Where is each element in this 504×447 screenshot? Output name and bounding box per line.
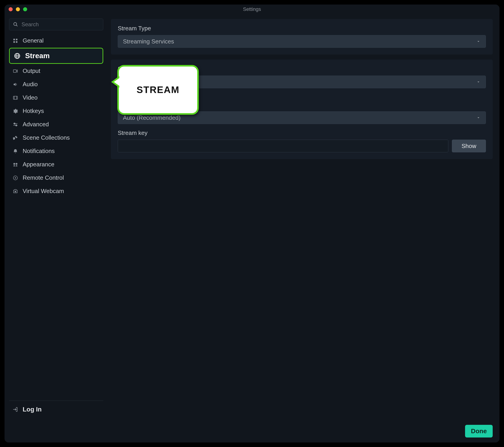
sidebar-item-general[interactable]: General bbox=[9, 34, 103, 47]
sidebar-nav: General Stream Output bbox=[9, 34, 103, 198]
stream-key-label: Stream key bbox=[118, 129, 486, 137]
grid-icon bbox=[12, 37, 18, 44]
film-icon bbox=[12, 95, 18, 101]
content-area: General Stream Output bbox=[4, 14, 500, 420]
sliders-icon bbox=[12, 121, 18, 128]
sidebar-item-appearance[interactable]: Appearance bbox=[9, 158, 103, 171]
zoom-window-button[interactable] bbox=[23, 7, 27, 11]
login-button[interactable]: Log In bbox=[9, 404, 103, 415]
svg-point-17 bbox=[13, 163, 15, 165]
sidebar-item-virtual-webcam[interactable]: Virtual Webcam bbox=[9, 185, 103, 197]
chevron-down-icon bbox=[476, 115, 481, 120]
sidebar-item-label: Scene Collections bbox=[23, 134, 70, 141]
speaker-icon bbox=[12, 81, 18, 87]
sidebar-item-hotkeys[interactable]: Hotkeys bbox=[9, 105, 103, 117]
sidebar-item-scene-collections[interactable]: Scene Collections bbox=[9, 132, 103, 144]
stream-type-panel: Stream Type Streaming Services bbox=[111, 19, 493, 54]
sidebar-item-audio[interactable]: Audio bbox=[9, 78, 103, 90]
show-key-button[interactable]: Show bbox=[452, 140, 486, 152]
sidebar-item-label: General bbox=[23, 37, 44, 44]
sidebar-item-notifications[interactable]: Notifications bbox=[9, 145, 103, 157]
appearance-icon bbox=[12, 161, 18, 168]
callout-stream-tooltip: STREAM bbox=[117, 65, 199, 115]
search-icon bbox=[13, 21, 19, 28]
chevron-down-icon bbox=[476, 39, 481, 44]
done-button[interactable]: Done bbox=[465, 425, 493, 437]
sidebar-item-remote-control[interactable]: Remote Control bbox=[9, 172, 103, 184]
svg-rect-3 bbox=[16, 39, 18, 40]
sidebar-item-label: Advanced bbox=[23, 121, 49, 128]
sidebar-item-label: Video bbox=[23, 94, 37, 101]
search-input[interactable] bbox=[21, 21, 100, 28]
svg-point-18 bbox=[16, 163, 18, 165]
svg-rect-5 bbox=[16, 41, 18, 43]
play-icon bbox=[12, 175, 18, 181]
sidebar-item-label: Appearance bbox=[23, 161, 54, 168]
done-button-label: Done bbox=[471, 428, 487, 434]
svg-rect-9 bbox=[13, 70, 16, 72]
globe-icon bbox=[13, 52, 21, 60]
sidebar-item-video[interactable]: Video bbox=[9, 91, 103, 104]
svg-point-0 bbox=[14, 23, 17, 26]
sidebar-item-output[interactable]: Output bbox=[9, 65, 103, 77]
search-field[interactable] bbox=[9, 18, 103, 30]
sidebar: General Stream Output bbox=[4, 14, 107, 420]
stream-type-select[interactable]: Streaming Services bbox=[118, 35, 486, 48]
chevron-down-icon bbox=[476, 80, 481, 84]
svg-rect-10 bbox=[13, 96, 18, 99]
camera-icon bbox=[12, 188, 18, 194]
settings-window: Settings General bbox=[4, 4, 500, 443]
sidebar-item-label: Audio bbox=[23, 81, 38, 88]
window-title: Settings bbox=[243, 6, 261, 12]
show-key-button-label: Show bbox=[461, 143, 476, 150]
tools-icon bbox=[12, 135, 18, 141]
stream-key-row: Show bbox=[118, 140, 486, 152]
close-window-button[interactable] bbox=[9, 7, 13, 11]
svg-rect-2 bbox=[13, 39, 15, 40]
sidebar-item-label: Notifications bbox=[23, 148, 55, 155]
titlebar: Settings bbox=[4, 4, 500, 14]
svg-rect-4 bbox=[13, 41, 15, 43]
sidebar-item-label: Hotkeys bbox=[23, 107, 44, 115]
sidebar-item-stream[interactable]: Stream bbox=[9, 48, 103, 64]
sidebar-item-label: Remote Control bbox=[23, 174, 64, 181]
stream-type-label: Stream Type bbox=[118, 25, 486, 32]
gear-icon bbox=[12, 108, 18, 114]
login-icon bbox=[12, 406, 18, 413]
minimize-window-button[interactable] bbox=[16, 7, 20, 11]
sidebar-item-label: Stream bbox=[25, 52, 50, 60]
window-controls bbox=[9, 7, 27, 11]
select-value: Auto (Recommended) bbox=[123, 114, 180, 121]
login-label: Log In bbox=[23, 406, 42, 413]
bell-icon bbox=[12, 148, 18, 154]
svg-point-20 bbox=[15, 190, 16, 192]
divider bbox=[9, 401, 103, 401]
sidebar-item-label: Output bbox=[23, 68, 40, 74]
footer: Done bbox=[4, 420, 500, 443]
app-window: Settings General bbox=[0, 0, 504, 447]
stream-key-input[interactable] bbox=[118, 140, 448, 152]
sidebar-item-advanced[interactable]: Advanced bbox=[9, 118, 103, 131]
video-out-icon bbox=[12, 68, 18, 74]
svg-line-1 bbox=[16, 25, 18, 26]
sidebar-item-label: Virtual Webcam bbox=[23, 188, 64, 195]
select-value: Streaming Services bbox=[123, 38, 174, 45]
callout-text: STREAM bbox=[137, 85, 179, 95]
